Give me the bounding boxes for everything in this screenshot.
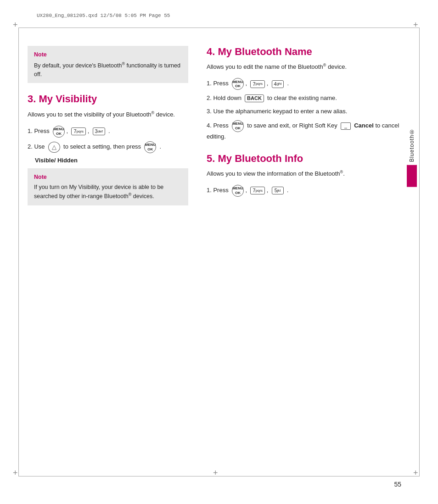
s4-step4-content: 4. Press MENUOK to save and exit, or Rig… (207, 120, 410, 142)
step1-content: 1. Press MENUOK , 7pqrs , 3def . (28, 126, 188, 138)
section5-body: Allows you to view the information of th… (207, 169, 410, 178)
section5-heading: 5. My Bluetooth Info (207, 153, 410, 165)
key-3def-1: 3def (93, 127, 105, 135)
page-border-top (18, 28, 420, 28)
section3-step2: 2. Use △ to select a setting, then press… (28, 141, 188, 153)
section-3: 3. My Visibility Allows you to set the v… (28, 93, 188, 163)
section4-body: Allows you to edit the name of the Bluet… (207, 62, 410, 72)
key-menu-ok-5: MENUOK (232, 185, 244, 197)
section4-heading: 4. My Bluetooth Name (207, 46, 410, 58)
section4-step1: 1. Press MENUOK , 7pqrs , 4ghi . (207, 78, 410, 90)
note-box-2: Note If you turn on My Visibility, your … (28, 168, 188, 205)
note1-text: By default, your device's Bluetooth® fun… (34, 61, 182, 79)
section5-step1: 1. Press MENUOK , 7pqrs , 5jkl . (207, 185, 410, 197)
cross-br (415, 472, 423, 480)
note1-title: Note (34, 50, 182, 59)
page-border-left (18, 28, 19, 476)
section-4: 4. My Bluetooth Name Allows you to edit … (207, 46, 410, 142)
key-7pqrs-1: 7pqrs (71, 127, 86, 135)
cross-tr (415, 24, 423, 32)
note2-text: If you turn on My Visibility, your devic… (34, 183, 182, 201)
key-nav-circle: △ (48, 142, 60, 153)
key-menu-ok-1: MENUOK (53, 126, 65, 138)
cross-bc (215, 472, 223, 480)
key-4ghi: 4ghi (272, 80, 284, 88)
s4-step2-content: 2. Hold down BACK to clear the existing … (207, 94, 410, 103)
s4-step3-content: 3. Use the alphanumeric keypad to enter … (207, 107, 410, 116)
key-7pqrs-2: 7pqrs (250, 80, 265, 88)
left-column: Note By default, your device's Bluetooth… (28, 37, 202, 467)
key-7pqrs-3: 7pqrs (250, 187, 265, 194)
step2-content: 2. Use △ to select a setting, then press… (28, 141, 188, 153)
key-menu-ok-2: MENUOK (144, 141, 156, 153)
key-5jkl: 5jkl (272, 187, 284, 194)
section4-step4: 4. Press MENUOK to save and exit, or Rig… (207, 120, 410, 142)
cancel-label: Cancel (354, 122, 374, 129)
page-border-right (419, 28, 420, 476)
s4-step1-content: 1. Press MENUOK , 7pqrs , 4ghi . (207, 78, 410, 90)
key-back: BACK (245, 94, 264, 102)
page-number: 55 (394, 481, 401, 488)
section4-step3: 3. Use the alphanumeric keypad to enter … (207, 107, 410, 116)
section4-step2: 2. Hold down BACK to clear the existing … (207, 94, 410, 103)
visible-hidden-text: Visible/ Hidden (35, 157, 188, 164)
note2-title: Note (34, 173, 182, 182)
cross-bl (15, 472, 23, 480)
section-5: 5. My Bluetooth Info Allows you to view … (207, 153, 410, 197)
main-content: Note By default, your device's Bluetooth… (28, 37, 410, 467)
section3-heading: 3. My Visibility (28, 93, 188, 105)
key-menu-ok-3: MENUOK (232, 78, 244, 90)
section3-step1: 1. Press MENUOK , 7pqrs , 3def . (28, 126, 188, 138)
key-menu-ok-4: MENUOK (232, 120, 244, 132)
cross-tl (15, 24, 23, 32)
s5-step1-content: 1. Press MENUOK , 7pqrs , 5jkl . (207, 185, 410, 197)
note-box-1: Note By default, your device's Bluetooth… (28, 46, 188, 83)
right-column: 4. My Bluetooth Name Allows you to edit … (202, 37, 410, 467)
right-soft-key-icon: ⎯ (341, 122, 351, 130)
header-text: UX280_Eng_081205.qxd 12/5/08 5:05 PM Pag… (37, 13, 170, 18)
section3-body: Allows you to set the visibility of your… (28, 110, 188, 119)
